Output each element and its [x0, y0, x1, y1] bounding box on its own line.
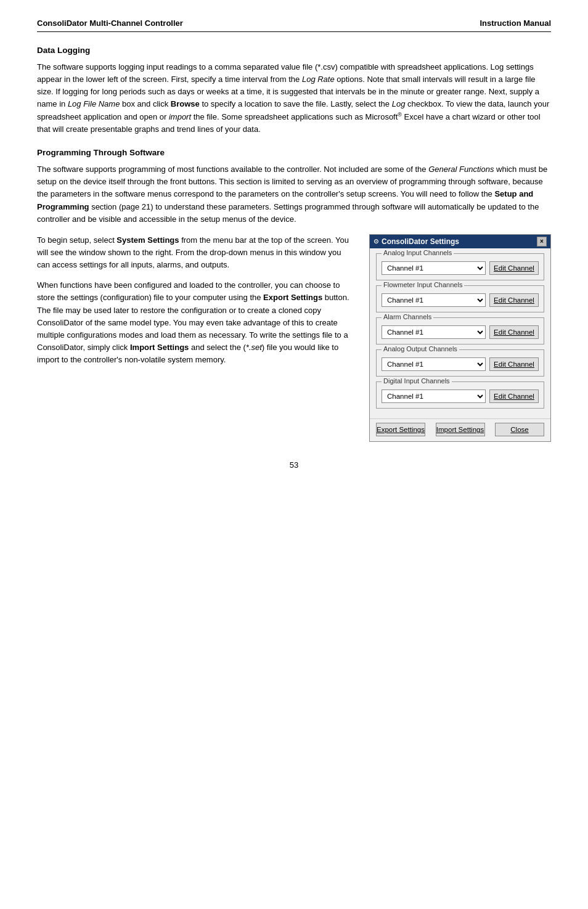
flowmeter-input-row: Channel #1 Edit Channel [382, 293, 539, 307]
data-logging-paragraph: The software supports logging input read… [37, 61, 551, 136]
export-settings-button[interactable]: Export Settings [376, 423, 425, 436]
dialog-titlebar: ⊙ ConsoliDator Settings × [370, 235, 550, 248]
alarm-channels-row: Channel #1 Edit Channel [382, 325, 539, 339]
programming-paragraph3: When functions have been configured and … [37, 279, 354, 366]
analog-output-label: Analog Output Channels [382, 345, 459, 353]
programming-paragraph2: To begin setup, select System Settings f… [37, 234, 354, 271]
alarm-channels-group: Alarm Channels Channel #1 Edit Channel [376, 317, 544, 344]
digital-input-channels-group: Digital Input Channels Channel #1 Edit C… [376, 381, 544, 409]
consolidator-settings-dialog: ⊙ ConsoliDator Settings × Analog Input C… [369, 234, 551, 442]
two-col-layout: To begin setup, select System Settings f… [37, 234, 551, 442]
programming-heading: Programming Through Software [37, 148, 551, 157]
dialog-body: Analog Input Channels Channel #1 Edit Ch… [370, 248, 550, 418]
close-button[interactable]: Close [495, 423, 544, 436]
dialog-titlebar-left: ⊙ ConsoliDator Settings [374, 237, 459, 246]
dialog-title: ConsoliDator Settings [382, 237, 459, 246]
header-left: ConsoliDator Multi-Channel Controller [37, 18, 183, 28]
programming-section: Programming Through Software The softwar… [37, 148, 551, 442]
analog-output-edit-button[interactable]: Edit Channel [489, 357, 539, 371]
analog-input-row: Channel #1 Edit Channel [382, 261, 539, 275]
programming-paragraph1: The software supports programming of mos… [37, 163, 551, 226]
dialog-icon: ⊙ [374, 238, 378, 245]
digital-input-select[interactable]: Channel #1 [382, 389, 486, 403]
flowmeter-input-edit-button[interactable]: Edit Channel [489, 293, 539, 307]
page-number: 53 [37, 460, 551, 470]
page-header: ConsoliDator Multi-Channel Controller In… [37, 18, 551, 32]
analog-input-edit-button[interactable]: Edit Channel [489, 261, 539, 275]
data-logging-heading: Data Logging [37, 46, 551, 55]
flowmeter-input-label: Flowmeter Input Channels [382, 281, 464, 288]
flowmeter-input-select[interactable]: Channel #1 [382, 293, 486, 307]
header-right: Instruction Manual [480, 18, 551, 28]
analog-output-select[interactable]: Channel #1 [382, 357, 486, 371]
digital-input-label: Digital Input Channels [382, 377, 452, 385]
digital-input-row: Channel #1 Edit Channel [382, 389, 539, 403]
alarm-channels-edit-button[interactable]: Edit Channel [489, 325, 539, 339]
dialog-close-button[interactable]: × [537, 237, 547, 247]
digital-input-edit-button[interactable]: Edit Channel [489, 389, 539, 403]
analog-input-label: Analog Input Channels [382, 249, 454, 256]
alarm-channels-select[interactable]: Channel #1 [382, 325, 486, 339]
flowmeter-input-channels-group: Flowmeter Input Channels Channel #1 Edit… [376, 285, 544, 312]
analog-output-channels-group: Analog Output Channels Channel #1 Edit C… [376, 349, 544, 377]
right-column: ⊙ ConsoliDator Settings × Analog Input C… [369, 234, 551, 442]
left-column: To begin setup, select System Settings f… [37, 234, 354, 374]
import-settings-button[interactable]: Import Settings [436, 423, 485, 436]
dialog-footer: Export Settings Import Settings Close [370, 418, 550, 441]
analog-input-channels-group: Analog Input Channels Channel #1 Edit Ch… [376, 253, 544, 280]
analog-input-select[interactable]: Channel #1 [382, 261, 486, 275]
analog-output-row: Channel #1 Edit Channel [382, 357, 539, 371]
alarm-channels-label: Alarm Channels [382, 313, 433, 320]
data-logging-section: Data Logging The software supports loggi… [37, 46, 551, 136]
